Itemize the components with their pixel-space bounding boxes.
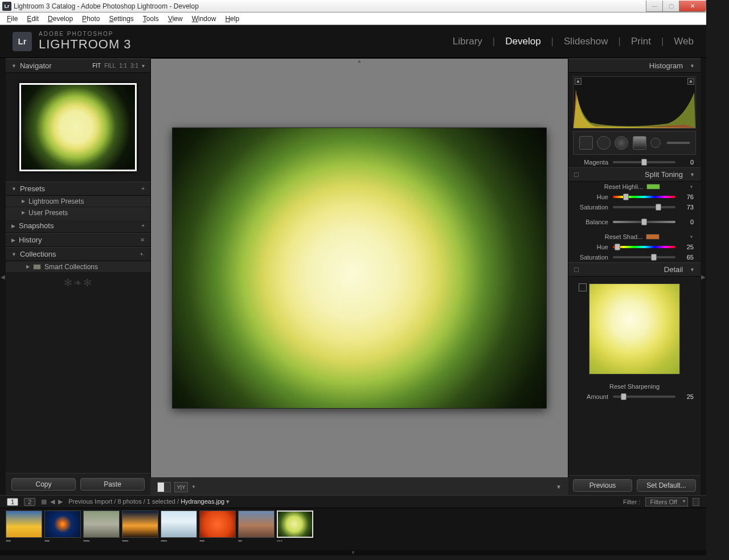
filmstrip-item[interactable]: ***** xyxy=(122,510,158,544)
module-print[interactable]: Print xyxy=(631,36,651,47)
previous-button[interactable]: Previous xyxy=(573,479,632,492)
rating-stars[interactable]: ***** xyxy=(122,538,158,544)
nav-3to1-button[interactable]: 3:1 xyxy=(130,63,138,69)
brush-size-slider[interactable] xyxy=(667,142,690,144)
window-close-button[interactable]: ✕ xyxy=(679,1,706,12)
window-minimize-button[interactable]: — xyxy=(646,1,663,12)
sharpening-amount-slider[interactable]: Amount 25 xyxy=(568,392,701,402)
before-after-button[interactable]: Y|Y xyxy=(174,482,188,492)
split-toning-header[interactable]: Split Toning ▼ xyxy=(568,167,701,182)
shadows-sat-slider[interactable]: Saturation 65 xyxy=(568,252,701,262)
menu-window[interactable]: Window xyxy=(189,14,220,24)
copy-button[interactable]: Copy xyxy=(11,478,76,491)
rating-stars[interactable]: ***** xyxy=(83,538,120,544)
filmstrip-thumbnail[interactable] xyxy=(44,510,81,538)
loupe-view[interactable]: ▲ xyxy=(150,58,568,478)
top-panel-grip[interactable]: ▲ xyxy=(357,58,362,64)
filmstrip-thumbnail[interactable] xyxy=(122,510,158,538)
breadcrumb[interactable]: Previous Import / 8 photos / 1 selected … xyxy=(68,498,230,505)
history-header[interactable]: ▶ History ✕ xyxy=(6,233,150,247)
collection-item[interactable]: ▶ Smart Collections xyxy=(6,261,150,273)
detail-preview[interactable] xyxy=(589,283,680,374)
chevron-down-icon[interactable]: ▼ xyxy=(689,184,694,190)
grad-filter-tool[interactable] xyxy=(633,136,646,150)
filmstrip-item[interactable]: * * * xyxy=(277,510,313,544)
add-collection-button[interactable]: +. xyxy=(140,251,145,257)
detail-header[interactable]: Detail ▼ xyxy=(568,262,701,277)
bottom-panel-grip[interactable]: ▼ xyxy=(0,550,706,555)
filmstrip-item[interactable]: **** xyxy=(199,510,236,544)
menu-view[interactable]: View xyxy=(165,14,186,24)
highlights-swatch[interactable] xyxy=(646,184,660,190)
nav-back-icon[interactable]: ◀ xyxy=(50,498,55,505)
filmstrip-thumbnail[interactable] xyxy=(199,510,236,538)
filmstrip-item[interactable]: *** xyxy=(238,510,275,544)
adjust-brush-tool[interactable] xyxy=(650,138,661,148)
add-preset-button[interactable]: + xyxy=(141,186,145,192)
clear-history-button[interactable]: ✕ xyxy=(140,237,145,243)
module-library[interactable]: Library xyxy=(453,36,482,47)
presets-header[interactable]: ▼ Presets + xyxy=(6,182,150,196)
grid-view-icon[interactable]: ▦ xyxy=(41,498,47,505)
main-image[interactable] xyxy=(172,127,547,409)
rating-stars[interactable]: **** xyxy=(44,538,81,544)
preset-folder[interactable]: ▶Lightroom Presets xyxy=(6,196,150,207)
paste-button[interactable]: Paste xyxy=(80,478,145,491)
monitor-2-button[interactable]: 2 xyxy=(24,498,35,506)
spot-tool[interactable] xyxy=(597,136,611,150)
menu-settings[interactable]: Settings xyxy=(105,14,137,24)
filter-lock-icon[interactable] xyxy=(693,498,699,506)
module-web[interactable]: Web xyxy=(674,36,694,47)
highlights-sat-slider[interactable]: Saturation 73 xyxy=(568,202,701,212)
loupe-view-button[interactable] xyxy=(157,482,171,492)
set-default-button[interactable]: Set Default... xyxy=(637,479,696,492)
histogram[interactable]: ▲ ▲ xyxy=(573,76,696,129)
filmstrip-thumbnail[interactable] xyxy=(238,510,275,538)
nav-fill-button[interactable]: FILL xyxy=(104,63,116,69)
filmstrip-thumbnail[interactable] xyxy=(277,510,313,538)
filmstrip-item[interactable]: **** xyxy=(6,510,42,544)
filmstrip-thumbnail[interactable] xyxy=(6,510,42,538)
navigator-thumbnail[interactable] xyxy=(19,83,137,171)
toolbar-menu[interactable]: ▼ xyxy=(556,484,562,490)
panel-switch-icon[interactable] xyxy=(574,172,579,177)
histogram-header[interactable]: Histogram ▼ xyxy=(568,59,701,73)
right-panel-grip[interactable]: ▶ xyxy=(701,58,706,495)
left-panel-grip[interactable]: ◀ xyxy=(0,58,6,495)
rating-stars[interactable]: ***** xyxy=(161,538,197,544)
shadows-swatch[interactable] xyxy=(646,234,660,240)
filmstrip-item[interactable]: ***** xyxy=(83,510,120,544)
menu-tools[interactable]: Tools xyxy=(140,14,162,24)
redeye-tool[interactable] xyxy=(615,136,628,150)
filmstrip-item[interactable]: ***** xyxy=(161,510,197,544)
module-slideshow[interactable]: Slideshow xyxy=(564,36,608,47)
nav-fwd-icon[interactable]: ▶ xyxy=(58,498,63,505)
menu-file[interactable]: File xyxy=(3,14,21,24)
monitor-1-button[interactable]: 1 xyxy=(7,498,18,506)
navigator-header[interactable]: ▼ Navigator FIT FILL 1:1 3:1 ▾ xyxy=(6,59,150,73)
rating-stars[interactable]: **** xyxy=(6,538,42,544)
toolbar-dropdown[interactable]: ▼ xyxy=(191,484,196,489)
panel-switch-icon[interactable] xyxy=(574,267,579,272)
rating-stars[interactable]: * * * xyxy=(277,538,313,544)
shadows-hue-slider[interactable]: Hue 25 xyxy=(568,242,701,252)
crop-tool[interactable] xyxy=(579,136,593,150)
chevron-down-icon[interactable]: ▼ xyxy=(689,234,694,240)
menu-develop[interactable]: Develop xyxy=(44,14,76,24)
nav-zoom-menu[interactable]: ▾ xyxy=(142,63,145,69)
snapshots-header[interactable]: ▶ Snapshots + xyxy=(6,219,150,233)
collections-header[interactable]: ▼ Collections +. xyxy=(6,247,150,261)
magenta-slider[interactable]: Magenta 0 xyxy=(568,157,701,167)
nav-fit-button[interactable]: FIT xyxy=(92,63,101,69)
filmstrip-thumbnail[interactable] xyxy=(83,510,120,538)
menu-edit[interactable]: Edit xyxy=(23,14,42,24)
balance-slider[interactable]: Balance 0 xyxy=(568,217,701,227)
menu-photo[interactable]: Photo xyxy=(79,14,103,24)
nav-1to1-button[interactable]: 1:1 xyxy=(119,63,127,69)
filmstrip-item[interactable]: **** xyxy=(44,510,81,544)
filmstrip-thumbnail[interactable] xyxy=(161,510,197,538)
window-maximize-button[interactable]: ▢ xyxy=(662,1,679,12)
filmstrip[interactable]: ******************************* * * xyxy=(0,508,706,550)
add-snapshot-button[interactable]: + xyxy=(141,223,145,229)
menu-help[interactable]: Help xyxy=(222,14,243,24)
